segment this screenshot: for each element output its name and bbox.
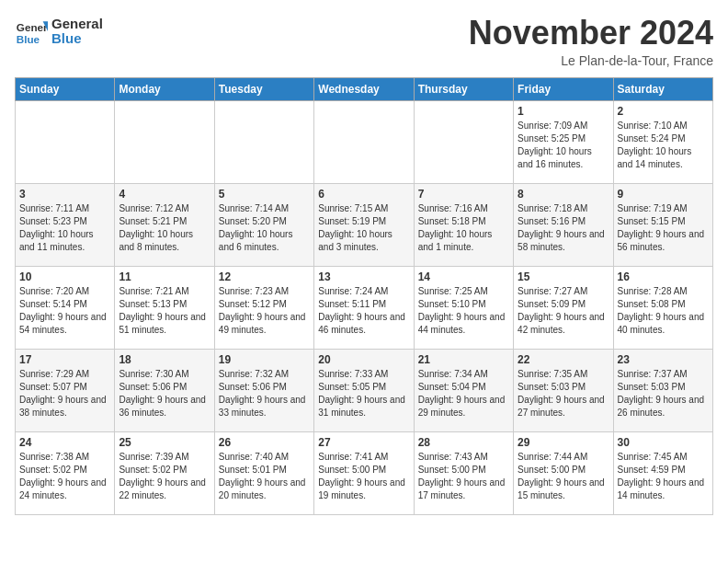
calendar-cell: 22Sunrise: 7:35 AM Sunset: 5:03 PM Dayli… — [514, 349, 613, 431]
day-number: 26 — [219, 436, 310, 449]
day-number: 15 — [518, 270, 609, 283]
week-row-0: 1Sunrise: 7:09 AM Sunset: 5:25 PM Daylig… — [16, 100, 713, 183]
day-info: Sunrise: 7:32 AM Sunset: 5:06 PM Dayligh… — [219, 368, 310, 419]
calendar-cell: 14Sunrise: 7:25 AM Sunset: 5:10 PM Dayli… — [414, 266, 513, 349]
day-info: Sunrise: 7:21 AM Sunset: 5:13 PM Dayligh… — [119, 285, 210, 337]
day-number: 23 — [618, 353, 709, 366]
calendar-cell: 12Sunrise: 7:23 AM Sunset: 5:12 PM Dayli… — [214, 266, 313, 349]
day-info: Sunrise: 7:33 AM Sunset: 5:05 PM Dayligh… — [318, 368, 409, 419]
calendar-cell: 9Sunrise: 7:19 AM Sunset: 5:15 PM Daylig… — [613, 183, 712, 266]
day-number: 10 — [19, 270, 110, 283]
day-info: Sunrise: 7:25 AM Sunset: 5:10 PM Dayligh… — [418, 285, 509, 337]
day-info: Sunrise: 7:14 AM Sunset: 5:20 PM Dayligh… — [219, 202, 310, 254]
day-info: Sunrise: 7:43 AM Sunset: 5:00 PM Dayligh… — [418, 451, 509, 502]
logo: General Blue General Blue — [15, 15, 103, 48]
logo-icon: General Blue — [15, 15, 48, 48]
day-info: Sunrise: 7:29 AM Sunset: 5:07 PM Dayligh… — [19, 368, 110, 419]
svg-text:General: General — [17, 21, 48, 33]
weekday-header-monday: Monday — [115, 77, 214, 100]
day-number: 16 — [618, 270, 709, 283]
calendar-cell: 1Sunrise: 7:09 AM Sunset: 5:25 PM Daylig… — [514, 100, 613, 183]
calendar-cell: 29Sunrise: 7:44 AM Sunset: 5:00 PM Dayli… — [514, 431, 613, 514]
calendar-cell: 17Sunrise: 7:29 AM Sunset: 5:07 PM Dayli… — [16, 349, 115, 431]
day-number: 21 — [418, 353, 509, 366]
svg-text:Blue: Blue — [17, 33, 40, 45]
day-info: Sunrise: 7:37 AM Sunset: 5:03 PM Dayligh… — [618, 368, 709, 419]
day-info: Sunrise: 7:28 AM Sunset: 5:08 PM Dayligh… — [618, 285, 709, 337]
weekday-header-wednesday: Wednesday — [314, 77, 414, 100]
weekday-header-sunday: Sunday — [16, 77, 115, 100]
calendar-cell — [314, 100, 414, 183]
day-number: 7 — [418, 188, 509, 201]
location: Le Plan-de-la-Tour, France — [469, 53, 713, 68]
calendar-cell: 2Sunrise: 7:10 AM Sunset: 5:24 PM Daylig… — [613, 100, 712, 183]
calendar-cell: 23Sunrise: 7:37 AM Sunset: 5:03 PM Dayli… — [613, 349, 712, 431]
day-info: Sunrise: 7:35 AM Sunset: 5:03 PM Dayligh… — [518, 368, 609, 419]
day-number: 20 — [318, 353, 409, 366]
calendar-cell — [16, 100, 115, 183]
calendar-cell: 3Sunrise: 7:11 AM Sunset: 5:23 PM Daylig… — [16, 183, 115, 266]
day-number: 11 — [119, 270, 210, 283]
day-info: Sunrise: 7:34 AM Sunset: 5:04 PM Dayligh… — [418, 368, 509, 419]
weekday-header-row: SundayMondayTuesdayWednesdayThursdayFrid… — [16, 77, 713, 100]
day-number: 12 — [219, 270, 310, 283]
day-info: Sunrise: 7:16 AM Sunset: 5:18 PM Dayligh… — [418, 202, 509, 254]
weekday-header-saturday: Saturday — [613, 77, 712, 100]
day-number: 4 — [119, 188, 210, 201]
day-number: 27 — [318, 436, 409, 449]
day-info: Sunrise: 7:45 AM Sunset: 4:59 PM Dayligh… — [618, 451, 709, 502]
day-info: Sunrise: 7:15 AM Sunset: 5:19 PM Dayligh… — [318, 202, 409, 254]
day-number: 25 — [119, 436, 210, 449]
calendar-cell: 27Sunrise: 7:41 AM Sunset: 5:00 PM Dayli… — [314, 431, 414, 514]
calendar-table: SundayMondayTuesdayWednesdayThursdayFrid… — [15, 77, 713, 515]
calendar-cell — [214, 100, 313, 183]
week-row-3: 17Sunrise: 7:29 AM Sunset: 5:07 PM Dayli… — [16, 349, 713, 431]
week-row-1: 3Sunrise: 7:11 AM Sunset: 5:23 PM Daylig… — [16, 183, 713, 266]
day-number: 29 — [518, 436, 609, 449]
day-info: Sunrise: 7:41 AM Sunset: 5:00 PM Dayligh… — [318, 451, 409, 502]
day-number: 13 — [318, 270, 409, 283]
day-info: Sunrise: 7:12 AM Sunset: 5:21 PM Dayligh… — [119, 202, 210, 254]
day-number: 6 — [318, 188, 409, 201]
calendar-cell: 4Sunrise: 7:12 AM Sunset: 5:21 PM Daylig… — [115, 183, 214, 266]
calendar-cell: 30Sunrise: 7:45 AM Sunset: 4:59 PM Dayli… — [613, 431, 712, 514]
day-number: 19 — [219, 353, 310, 366]
day-info: Sunrise: 7:24 AM Sunset: 5:11 PM Dayligh… — [318, 285, 409, 337]
day-info: Sunrise: 7:38 AM Sunset: 5:02 PM Dayligh… — [19, 451, 110, 502]
day-info: Sunrise: 7:19 AM Sunset: 5:15 PM Dayligh… — [618, 202, 709, 254]
calendar-cell: 6Sunrise: 7:15 AM Sunset: 5:19 PM Daylig… — [314, 183, 414, 266]
day-number: 2 — [618, 105, 709, 118]
day-info: Sunrise: 7:20 AM Sunset: 5:14 PM Dayligh… — [19, 285, 110, 337]
day-info: Sunrise: 7:09 AM Sunset: 5:25 PM Dayligh… — [518, 120, 609, 171]
weekday-header-friday: Friday — [514, 77, 613, 100]
calendar-cell — [414, 100, 513, 183]
day-info: Sunrise: 7:44 AM Sunset: 5:00 PM Dayligh… — [518, 451, 609, 502]
day-number: 14 — [418, 270, 509, 283]
weekday-header-tuesday: Tuesday — [214, 77, 313, 100]
logo-blue: Blue — [51, 31, 103, 47]
calendar-cell: 10Sunrise: 7:20 AM Sunset: 5:14 PM Dayli… — [16, 266, 115, 349]
day-info: Sunrise: 7:27 AM Sunset: 5:09 PM Dayligh… — [518, 285, 609, 337]
day-number: 22 — [518, 353, 609, 366]
day-info: Sunrise: 7:40 AM Sunset: 5:01 PM Dayligh… — [219, 451, 310, 502]
calendar-cell: 15Sunrise: 7:27 AM Sunset: 5:09 PM Dayli… — [514, 266, 613, 349]
calendar-cell: 21Sunrise: 7:34 AM Sunset: 5:04 PM Dayli… — [414, 349, 513, 431]
calendar-cell: 28Sunrise: 7:43 AM Sunset: 5:00 PM Dayli… — [414, 431, 513, 514]
calendar-cell: 16Sunrise: 7:28 AM Sunset: 5:08 PM Dayli… — [613, 266, 712, 349]
weekday-header-thursday: Thursday — [414, 77, 513, 100]
calendar-cell: 20Sunrise: 7:33 AM Sunset: 5:05 PM Dayli… — [314, 349, 414, 431]
day-number: 28 — [418, 436, 509, 449]
week-row-2: 10Sunrise: 7:20 AM Sunset: 5:14 PM Dayli… — [16, 266, 713, 349]
page-header: General Blue General Blue November 2024 … — [15, 15, 713, 68]
week-row-4: 24Sunrise: 7:38 AM Sunset: 5:02 PM Dayli… — [16, 431, 713, 514]
day-info: Sunrise: 7:11 AM Sunset: 5:23 PM Dayligh… — [19, 202, 110, 254]
day-number: 1 — [518, 105, 609, 118]
calendar-cell: 25Sunrise: 7:39 AM Sunset: 5:02 PM Dayli… — [115, 431, 214, 514]
calendar-cell: 19Sunrise: 7:32 AM Sunset: 5:06 PM Dayli… — [214, 349, 313, 431]
day-info: Sunrise: 7:23 AM Sunset: 5:12 PM Dayligh… — [219, 285, 310, 337]
calendar-cell: 24Sunrise: 7:38 AM Sunset: 5:02 PM Dayli… — [16, 431, 115, 514]
day-number: 5 — [219, 188, 310, 201]
day-number: 8 — [518, 188, 609, 201]
calendar-cell: 18Sunrise: 7:30 AM Sunset: 5:06 PM Dayli… — [115, 349, 214, 431]
day-info: Sunrise: 7:39 AM Sunset: 5:02 PM Dayligh… — [119, 451, 210, 502]
